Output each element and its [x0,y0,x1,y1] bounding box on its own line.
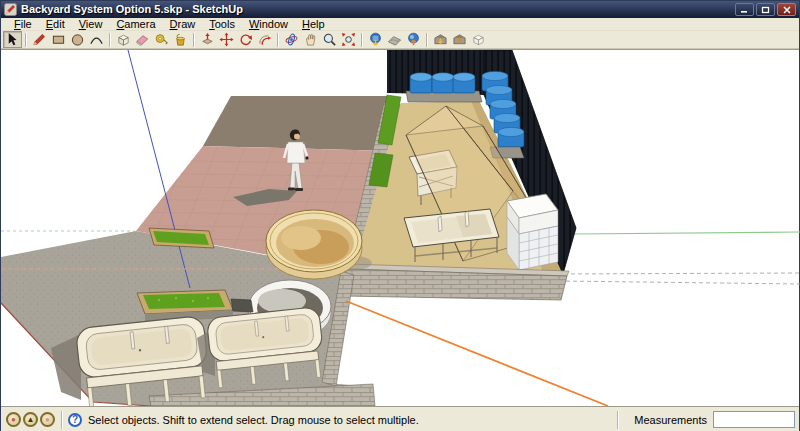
menu-help[interactable]: Help [295,18,332,31]
toolbar-separator [193,33,195,47]
yard-section[interactable] [346,50,576,274]
toolbar-separator [109,33,111,47]
menu-edit[interactable]: Edit [39,18,72,31]
toolbar-separator [277,33,279,47]
rotate-icon [238,32,253,47]
warehouse-upload-icon [452,32,467,47]
red-axis [346,301,608,406]
select-arrow-icon [5,32,20,47]
menu-window[interactable]: Window [242,18,295,31]
tape-measure-icon [154,32,169,47]
garden-bed-patio[interactable] [149,228,214,248]
menu-tools[interactable]: Tools [202,18,242,31]
get-models-button[interactable] [431,31,450,48]
place-model-button[interactable] [404,31,423,48]
eraser-icon [135,32,150,47]
push-pull-icon [200,32,215,47]
share-models-button[interactable] [450,31,469,48]
status-icon-c[interactable]: ● [40,412,55,427]
measurements-label: Measurements [634,414,707,426]
pan-tool-button[interactable] [301,31,320,48]
magnifier-icon [322,32,337,47]
zoom-tool-button[interactable] [320,31,339,48]
toolbar-separator [361,33,363,47]
warehouse-download-icon [433,32,448,47]
hidden-edge-dashed-1 [557,273,800,274]
measurements-input[interactable] [713,411,795,428]
offset-icon [257,32,272,47]
zoom-extents-button[interactable] [339,31,358,48]
orbit-tool-button[interactable] [282,31,301,48]
white-cube-icon [471,32,486,47]
window-title: Backyard System Option 5.skp - SketchUp [21,1,733,18]
statusbar-separator [61,411,63,429]
green-axis [575,232,800,234]
rectangle-tool-button[interactable] [49,31,68,48]
pencil-icon [32,32,47,47]
statusbar-separator [617,411,619,429]
pan-hand-icon [303,32,318,47]
menu-view[interactable]: View [72,18,110,31]
toggle-terrain-button[interactable] [385,31,404,48]
menubar: File Edit View Camera Draw Tools Window … [1,18,799,31]
hidden-edge-dashed-2 [559,281,800,284]
move-icon [219,32,234,47]
drawing-canvas[interactable] [1,49,799,406]
status-icon-a[interactable]: ● [6,412,21,427]
paint-bucket-icon [173,32,188,47]
status-text: Select objects. Shift to extend select. … [88,414,612,426]
tape-measure-button[interactable] [152,31,171,48]
eraser-tool-button[interactable] [133,31,152,48]
move-tool-button[interactable] [217,31,236,48]
sketchup-window: Backyard System Option 5.skp - SketchUp … [0,0,800,431]
get-current-view-button[interactable] [366,31,385,48]
arc-tool-button[interactable] [87,31,106,48]
help-icon: ? [68,413,82,427]
rotate-tool-button[interactable] [236,31,255,48]
paint-bucket-button[interactable] [171,31,190,48]
model-box-button[interactable] [469,31,488,48]
status-icon-b[interactable]: ▲ [23,412,38,427]
statusbar: ● ▲ ● ? Select objects. Shift to extend … [1,406,799,431]
globe-download-icon [368,32,383,47]
zoom-extents-icon [341,32,356,47]
rectangle-icon [51,32,66,47]
drain-cover[interactable] [231,299,253,312]
arc-icon [89,32,104,47]
offset-tool-button[interactable] [255,31,274,48]
storage-crate[interactable] [507,194,558,270]
component-cube-icon [116,32,131,47]
push-pull-button[interactable] [198,31,217,48]
model-scene [1,50,800,406]
blue-barrels-row[interactable] [410,73,475,93]
select-tool-button[interactable] [3,31,22,48]
restore-button[interactable] [756,3,775,16]
circle-icon [70,32,85,47]
globe-upload-icon [406,32,421,47]
line-tool-button[interactable] [30,31,49,48]
toolbar [1,31,799,49]
close-button[interactable] [777,3,796,16]
menu-draw[interactable]: Draw [163,18,203,31]
toolbar-separator [426,33,428,47]
menu-camera[interactable]: Camera [109,18,162,31]
make-component-button[interactable] [114,31,133,48]
minimize-button[interactable] [735,3,754,16]
circle-tool-button[interactable] [68,31,87,48]
titlebar: Backyard System Option 5.skp - SketchUp [1,1,799,18]
orbit-icon [284,32,299,47]
sketchup-app-icon [4,3,17,16]
terrain-icon [387,32,402,47]
menu-file[interactable]: File [7,18,39,31]
toolbar-separator [25,33,27,47]
